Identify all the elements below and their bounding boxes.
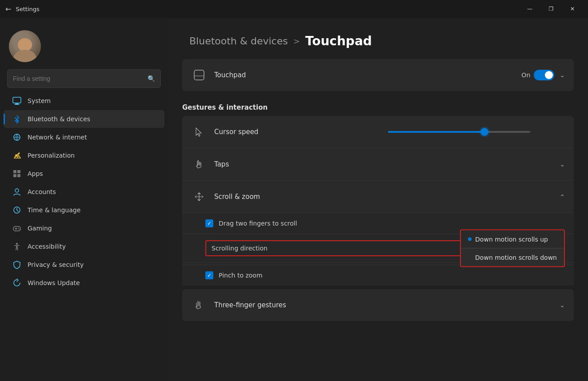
sidebar-item-system[interactable]: System [4,92,164,110]
breadcrumb-parent[interactable]: Bluetooth & devices [189,36,288,47]
scroll-zoom-icon [191,189,207,205]
sidebar-item-bluetooth-label: Bluetooth & devices [28,115,90,123]
system-icon [12,96,21,105]
slider-thumb[interactable] [480,128,488,136]
sidebar-item-network-label: Network & internet [28,134,87,141]
dropdown-item-down-scrolls-up[interactable]: Down motion scrolls up [461,230,564,248]
search-input[interactable] [13,75,143,82]
pinch-to-zoom-label: Pinch to zoom [219,272,263,279]
sidebar-item-privacy[interactable]: Privacy & security [4,256,164,274]
search-icon: 🔍 [148,75,155,82]
svg-rect-1 [15,103,19,104]
scroll-zoom-row[interactable]: Scroll & zoom ⌃ [182,181,574,213]
pinch-checkmark-icon: ✓ [207,272,212,278]
privacy-icon [12,260,21,269]
titlebar-left: ← Settings [5,5,40,13]
drag-two-fingers-label: Drag two fingers to scroll [219,220,297,227]
avatar[interactable] [9,30,41,62]
cursor-speed-label: Cursor speed [214,128,388,136]
svg-rect-5 [17,170,20,173]
three-finger-right: ⌄ [560,302,565,309]
svg-point-13 [16,243,18,245]
sidebar-item-gaming[interactable]: Gaming [4,219,164,237]
sidebar-item-network[interactable]: Network & internet [4,128,164,146]
touchpad-card: Touchpad On ⌄ [182,59,574,91]
three-finger-card: Three-finger gestures ⌄ [182,289,574,321]
sidebar-item-accounts-label: Accounts [28,188,56,195]
taps-label: Taps [214,160,560,168]
dropdown-item-label-1: Down motion scrolls down [475,254,557,261]
touchpad-chevron[interactable]: ⌄ [560,71,565,79]
accounts-icon [12,187,21,196]
update-icon [12,278,21,287]
touchpad-toggle[interactable] [534,70,554,80]
slider-track[interactable] [388,131,530,133]
sidebar-item-apps[interactable]: Apps [4,165,164,183]
touchpad-controls: On ⌄ [521,70,565,80]
touchpad-label: Touchpad [214,71,521,79]
sidebar-item-accounts[interactable]: Accounts [4,183,164,201]
scroll-zoom-label: Scroll & zoom [214,193,560,201]
sidebar: 🔍 System Bluetooth [0,18,168,381]
taps-row[interactable]: Taps ⌄ [182,148,574,181]
taps-chevron[interactable]: ⌄ [560,161,565,168]
touchpad-toggle-label: On [521,71,530,79]
dropdown-item-down-scrolls-down[interactable]: Down motion scrolls down [461,249,564,266]
svg-rect-2 [14,104,20,105]
scrolling-direction-dropdown[interactable]: Down motion scrolls up Down motion scrol… [460,230,565,267]
sidebar-item-accessibility-label: Accessibility [28,243,66,250]
checkmark-icon: ✓ [207,220,212,226]
minimize-button[interactable]: — [520,2,540,16]
titlebar: ← Settings — ❐ ✕ [0,0,588,18]
avatar-section [0,18,168,69]
svg-point-12 [19,229,20,230]
maximize-button[interactable]: ❐ [541,2,561,16]
scrolling-direction-row: Scrolling direction Down motion scrolls … [182,234,574,263]
sidebar-item-apps-label: Apps [28,170,43,177]
time-icon [12,206,21,214]
scroll-zoom-right: ⌃ [560,193,565,200]
sidebar-item-time-label: Time & language [28,206,80,214]
sidebar-item-time[interactable]: Time & language [4,201,164,219]
radio-selected-icon [468,238,472,241]
search-bar[interactable]: 🔍 [7,69,161,88]
sidebar-item-bluetooth[interactable]: Bluetooth & devices [4,110,164,128]
gestures-card: Cursor speed [182,116,574,286]
content-area: Bluetooth & devices > Touchpad Touchpad … [168,18,588,381]
accessibility-icon [12,242,21,251]
svg-rect-6 [13,174,16,177]
sidebar-item-update[interactable]: Windows Update [4,274,164,292]
dropdown-item-label-0: Down motion scrolls up [475,236,548,243]
sidebar-nav: System Bluetooth & devices [0,91,168,292]
sidebar-item-privacy-label: Privacy & security [28,261,84,268]
gaming-icon [12,224,21,233]
svg-rect-7 [17,174,20,177]
app-body: 🔍 System Bluetooth [0,18,588,381]
sidebar-item-personalization[interactable]: Personalization [4,147,164,164]
drag-two-fingers-checkbox[interactable]: ✓ [205,219,213,227]
breadcrumb-current: Touchpad [305,34,372,48]
taps-right: ⌄ [560,161,565,168]
cursor-speed-row[interactable]: Cursor speed [182,116,574,148]
touchpad-row[interactable]: Touchpad On ⌄ [182,59,574,91]
three-finger-row[interactable]: Three-finger gestures ⌄ [182,289,574,321]
svg-rect-0 [13,97,21,103]
back-icon[interactable]: ← [5,5,11,13]
svg-rect-4 [13,170,16,173]
pinch-to-zoom-row[interactable]: ✓ Pinch to zoom [182,265,574,286]
sidebar-item-gaming-label: Gaming [28,225,52,232]
radio-unselected-icon [468,256,472,259]
app-title: Settings [16,6,39,12]
personalization-icon [12,151,21,160]
scroll-zoom-expanded: ✓ Drag two fingers to scroll Scrolling d… [182,213,574,286]
touchpad-icon [191,67,207,83]
close-button[interactable]: ✕ [562,2,583,16]
breadcrumb-separator: > [293,36,300,46]
scroll-zoom-chevron[interactable]: ⌃ [560,193,565,200]
touchpad-toggle-wrap: On [521,70,554,80]
slider-container [388,131,565,133]
three-finger-chevron[interactable]: ⌄ [560,302,565,309]
sidebar-item-accessibility[interactable]: Accessibility [4,238,164,255]
bluetooth-icon [12,115,21,123]
pinch-to-zoom-checkbox[interactable]: ✓ [205,271,213,279]
